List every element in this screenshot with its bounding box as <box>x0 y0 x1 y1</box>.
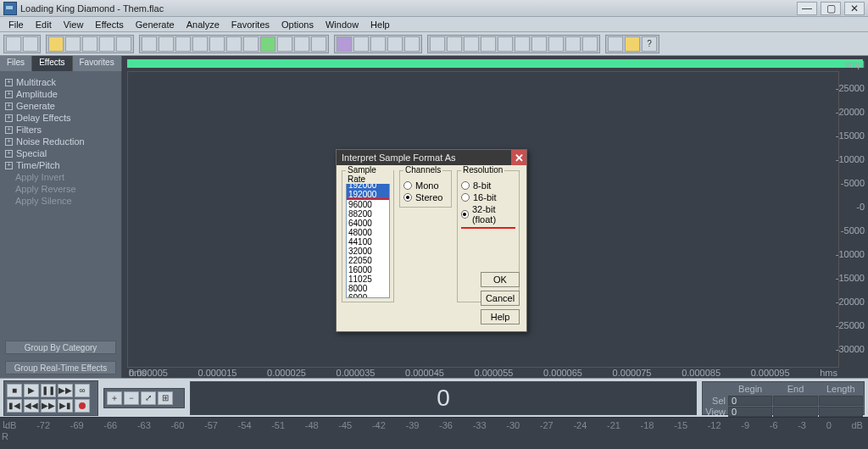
copy-button[interactable] <box>192 36 208 52</box>
tree-apply-reverse[interactable]: Apply Reverse <box>3 183 118 195</box>
tree-apply-invert[interactable]: Apply Invert <box>3 171 118 183</box>
menu-analyze[interactable]: Analyze <box>181 19 225 30</box>
cancel-button[interactable]: Cancel <box>481 291 520 306</box>
zoom-sel-button[interactable]: ⊞ <box>158 391 173 405</box>
view-begin-field[interactable]: 0 <box>728 407 772 417</box>
view-btn-3[interactable] <box>387 36 403 52</box>
radio-16bit[interactable]: 16-bit <box>461 191 515 203</box>
open-file-button[interactable] <box>48 36 64 52</box>
marker-button[interactable] <box>311 36 326 52</box>
mode-multitrack-button[interactable] <box>23 36 38 52</box>
expand-icon[interactable]: + <box>5 91 13 98</box>
tree-delay[interactable]: +Delay Effects <box>3 112 118 124</box>
tb-pause-button[interactable] <box>481 36 496 52</box>
view-end-field[interactable] <box>773 407 817 417</box>
menu-window[interactable]: Window <box>320 19 364 30</box>
help-button[interactable]: Help <box>481 309 520 324</box>
view-btn-2[interactable] <box>370 36 386 52</box>
list-item[interactable]: 22050 <box>347 256 389 265</box>
mix-paste-button[interactable] <box>226 36 242 52</box>
sel-begin-field[interactable]: 0 <box>728 396 772 406</box>
tb-ff-button[interactable] <box>498 36 513 52</box>
tab-effects[interactable]: Effects <box>32 56 72 71</box>
help-button[interactable]: ? <box>642 36 657 52</box>
play-button[interactable]: ▶ <box>24 384 39 397</box>
tb-loop-button[interactable] <box>531 36 547 52</box>
list-item[interactable]: 32000 <box>347 247 389 256</box>
list-item[interactable]: 11025 <box>347 274 389 284</box>
stop-button[interactable]: ■ <box>7 384 22 397</box>
rewind-button[interactable]: ◀◀ <box>24 399 39 413</box>
menu-effects[interactable]: Effects <box>90 19 128 30</box>
trim-button[interactable] <box>243 36 259 52</box>
view-length-field[interactable] <box>819 407 863 417</box>
expand-icon[interactable]: + <box>5 103 13 110</box>
expand-icon[interactable]: + <box>5 114 13 122</box>
list-item[interactable]: 16000 <box>347 265 389 274</box>
tab-favorites[interactable]: Favorites <box>73 56 122 71</box>
list-item[interactable]: 44100 <box>347 237 389 247</box>
list-item[interactable]: 48000 <box>347 228 389 237</box>
save-all-button[interactable] <box>99 36 114 52</box>
radio-stereo[interactable]: Stereo <box>403 191 448 203</box>
mode-edit-button[interactable] <box>6 36 21 52</box>
tb-end-button[interactable] <box>515 36 530 52</box>
tree-apply-silence[interactable]: Apply Silence <box>3 195 118 207</box>
view-btn-4[interactable] <box>404 36 420 52</box>
zoom-out-button[interactable]: － <box>124 391 139 405</box>
menu-favorites[interactable]: Favorites <box>226 19 275 30</box>
spectral-view-button[interactable] <box>337 36 352 52</box>
view-btn-1[interactable] <box>353 36 369 52</box>
redo-button[interactable] <box>159 36 174 52</box>
forward-button[interactable]: ▶▶ <box>41 399 56 413</box>
tree-noise[interactable]: +Noise Reduction <box>3 136 118 147</box>
close-window-button[interactable]: ✕ <box>844 2 865 15</box>
tb-record-button[interactable] <box>548 36 564 52</box>
tab-files[interactable]: Files <box>0 56 32 71</box>
menu-options[interactable]: Options <box>276 19 319 30</box>
tree-multitrack[interactable]: +Multitrack <box>3 76 118 88</box>
new-file-button[interactable] <box>65 36 81 52</box>
minimize-button[interactable]: — <box>797 2 817 15</box>
menu-edit[interactable]: Edit <box>31 19 57 30</box>
save-file-button[interactable] <box>82 36 97 52</box>
tree-special[interactable]: +Special <box>3 147 118 159</box>
menu-file[interactable]: File <box>3 19 29 30</box>
convert-button[interactable] <box>260 36 275 52</box>
tb-extra2-button[interactable] <box>582 36 598 52</box>
pause-button[interactable]: ❚❚ <box>41 384 56 397</box>
group-realtime-button[interactable]: Group Real-Time Effects <box>5 361 116 374</box>
sample-rate-list[interactable]: 192000 192000 96000 88200 64000 48000 44… <box>346 180 390 298</box>
tb-stop-button[interactable] <box>447 36 462 52</box>
play-loop-button[interactable]: ▶▶ <box>58 384 73 397</box>
expand-icon[interactable]: + <box>5 79 13 86</box>
menu-view[interactable]: View <box>58 19 89 30</box>
radio-mono[interactable]: Mono <box>403 180 448 191</box>
maximize-button[interactable]: ▢ <box>821 2 841 15</box>
settings-button[interactable] <box>608 36 623 52</box>
list-item[interactable]: 6000 <box>347 293 389 298</box>
menu-generate[interactable]: Generate <box>131 19 180 30</box>
tb-play-button[interactable] <box>464 36 479 52</box>
tree-filters[interactable]: +Filters <box>3 124 118 136</box>
tree-amplitude[interactable]: +Amplitude <box>3 88 118 100</box>
list-item[interactable]: 96000 <box>347 200 389 209</box>
expand-icon[interactable]: + <box>5 126 13 134</box>
overview-bar[interactable] <box>127 59 863 68</box>
tb-rewind-button[interactable] <box>430 36 445 52</box>
go-start-button[interactable]: ▮◀ <box>7 399 22 413</box>
list-item[interactable]: 64000 <box>347 219 389 228</box>
group-category-button[interactable]: Group By Category <box>5 341 116 354</box>
radio-32bit[interactable]: 32-bit (float) <box>461 203 515 225</box>
list-item[interactable]: 88200 <box>347 209 389 219</box>
expand-icon[interactable]: + <box>5 162 13 169</box>
zoom-full-button[interactable]: ⤢ <box>141 391 156 405</box>
loop-button[interactable]: ∞ <box>75 384 90 397</box>
list-item[interactable]: 8000 <box>347 284 389 293</box>
menu-help[interactable]: Help <box>365 19 395 30</box>
props-button[interactable] <box>277 36 292 52</box>
record-button[interactable] <box>75 399 90 413</box>
radio-8bit[interactable]: 8-bit <box>461 180 515 191</box>
go-end-button[interactable]: ▶▮ <box>58 399 73 413</box>
scripts-button[interactable] <box>625 36 640 52</box>
